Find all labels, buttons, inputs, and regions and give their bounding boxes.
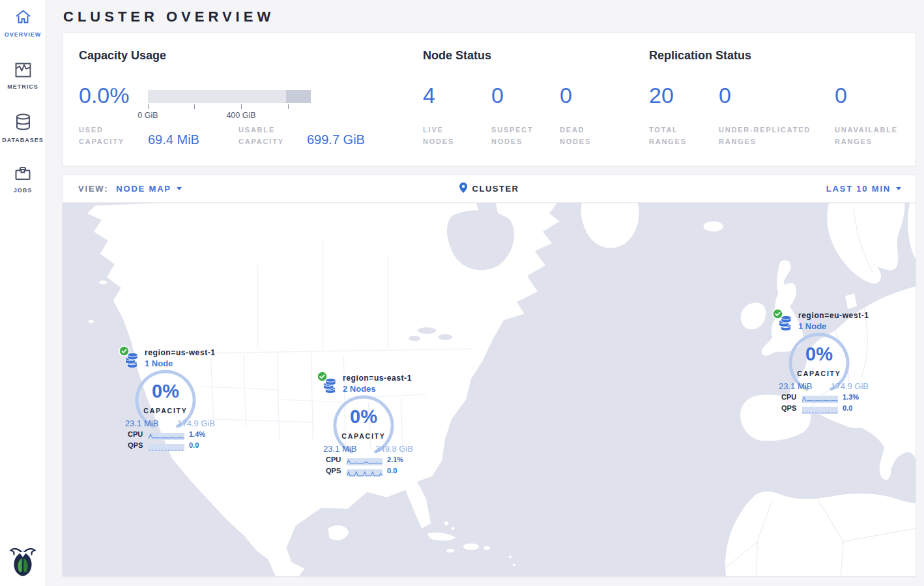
chevron-down-icon [896, 187, 901, 190]
cluster-summary-panel: Capacity Usage 0.0% 0 GiB 400 GiB USED C… [62, 33, 916, 166]
qps-value: 0.0 [843, 404, 852, 412]
usable-capacity-label: USABLE CAPACITY [238, 125, 292, 147]
total-bytes: 349.8 GiB [375, 444, 413, 454]
qps-sparkline [149, 442, 184, 454]
capacity-axis-tick [194, 104, 195, 109]
suspect-nodes-label: SUSPECT NODES [491, 125, 543, 147]
cpu-value: 2.1% [387, 456, 403, 463]
total-ranges-value: 20 [649, 83, 674, 108]
node-status-title: Node Status [423, 49, 491, 63]
locality-breadcrumb[interactable]: CLUSTER [459, 183, 519, 195]
qps-value: 0.0 [189, 441, 199, 449]
usable-capacity-value: 699.7 GiB [307, 132, 365, 147]
used-capacity-value: 69.4 MiB [148, 132, 199, 147]
cpu-label: CPU [128, 430, 143, 438]
cpu-value: 1.4% [189, 430, 205, 438]
region-label: region=eu-west-1 [798, 311, 869, 320]
view-label: VIEW: [78, 184, 108, 194]
live-nodes-label: LIVE NODES [423, 125, 469, 147]
sidebar-item-jobs[interactable]: JOBS [0, 166, 46, 194]
capacity-axis-label-400: 400 GiB [226, 111, 255, 120]
world-map[interactable]: region=us-west-1 1 Node 0% CAPACITY 23.1… [63, 203, 916, 577]
under-replicated-ranges-value: 0 [719, 83, 731, 108]
capacity-axis-label-0: 0 GiB [137, 111, 158, 120]
capacity-percent: 0% [331, 406, 396, 428]
used-bytes: 23.1 MiB [779, 381, 812, 391]
cpu-value: 1.3% [843, 393, 859, 401]
jobs-icon [0, 166, 46, 184]
locality-marker-us-east-1[interactable]: region=us-east-1 2 Nodes 0% CAPACITY 23.… [317, 370, 421, 480]
main-content: CLUSTER OVERVIEW Capacity Usage 0.0% 0 G… [46, 0, 924, 586]
home-icon [0, 9, 46, 28]
sidebar-item-label: OVERVIEW [0, 31, 46, 38]
unavailable-ranges-label: UNAVAILABLE RANGES [835, 125, 919, 147]
capacity-caption: CAPACITY [787, 370, 852, 377]
capacity-used-percent: 0.0% [79, 83, 130, 108]
node-count-link[interactable]: 2 Nodes [343, 384, 376, 394]
sidebar-item-label: METRICS [0, 83, 46, 90]
capacity-bar-dark-segment [286, 90, 311, 103]
dead-nodes-value: 0 [560, 83, 572, 108]
capacity-axis-tick [148, 104, 149, 109]
live-nodes-value: 4 [423, 83, 435, 108]
qps-label: QPS [128, 441, 143, 449]
capacity-usage-title: Capacity Usage [79, 49, 166, 63]
databases-icon [0, 113, 46, 134]
replication-status-title: Replication Status [649, 49, 751, 63]
region-label: region=us-west-1 [145, 348, 216, 357]
capacity-percent: 0% [133, 381, 198, 402]
map-toolbar: VIEW: NODE MAP CLUSTER LAST 10 MIN [63, 175, 916, 203]
view-selector-value: NODE MAP [116, 184, 171, 194]
capacity-caption: CAPACITY [133, 407, 198, 415]
cpu-label: CPU [326, 456, 341, 463]
sidebar: OVERVIEW METRICS DATABASES [0, 0, 46, 586]
sidebar-item-overview[interactable]: OVERVIEW [0, 9, 46, 38]
chevron-down-icon [177, 187, 182, 190]
region-label: region=us-east-1 [343, 374, 412, 383]
sidebar-item-databases[interactable]: DATABASES [0, 113, 46, 143]
map-pin-icon [459, 183, 467, 195]
node-count-link[interactable]: 1 Node [798, 321, 826, 331]
capacity-caption: CAPACITY [331, 432, 396, 440]
used-bytes: 23.1 MiB [125, 418, 158, 428]
qps-sparkline [802, 405, 838, 417]
dead-nodes-label: DEAD NODES [560, 125, 605, 147]
qps-label: QPS [781, 404, 796, 412]
sidebar-item-label: DATABASES [0, 137, 46, 143]
total-ranges-label: TOTAL RANGES [649, 125, 701, 147]
qps-sparkline [347, 467, 383, 479]
suspect-nodes-value: 0 [491, 83, 504, 108]
locality-marker-eu-west-1[interactable]: region=eu-west-1 1 Node 0% CAPACITY 23.1… [772, 307, 876, 418]
qps-label: QPS [326, 467, 341, 475]
capacity-axis-tick [241, 104, 242, 109]
sidebar-item-label: JOBS [0, 187, 46, 194]
locality-marker-us-west-1[interactable]: region=us-west-1 1 Node 0% CAPACITY 23.1… [119, 344, 223, 455]
capacity-axis-tick [288, 104, 289, 109]
time-range-selector[interactable]: LAST 10 MIN [826, 184, 901, 194]
sidebar-item-metrics[interactable]: METRICS [0, 63, 46, 90]
used-capacity-label: USED CAPACITY [79, 125, 132, 147]
page-title: CLUSTER OVERVIEW [46, 0, 924, 33]
locality-label: CLUSTER [472, 184, 519, 194]
total-bytes: 174.9 GiB [177, 418, 215, 428]
under-replicated-ranges-label: UNDER-REPLICATED RANGES [719, 125, 830, 147]
total-bytes: 174.9 GiB [831, 381, 869, 391]
node-map-panel: VIEW: NODE MAP CLUSTER LAST 10 MIN [62, 174, 916, 577]
cockroachdb-roach-logo [9, 546, 36, 579]
used-bytes: 23.1 MiB [323, 444, 356, 454]
capacity-percent: 0% [787, 344, 852, 365]
time-range-value: LAST 10 MIN [826, 184, 891, 194]
cpu-label: CPU [781, 393, 796, 401]
node-count-link[interactable]: 1 Node [145, 359, 173, 368]
capacity-bar [148, 90, 311, 103]
metrics-icon [0, 63, 46, 80]
view-selector[interactable]: NODE MAP [116, 184, 181, 194]
unavailable-ranges-value: 0 [835, 83, 847, 108]
qps-value: 0.0 [387, 467, 397, 475]
